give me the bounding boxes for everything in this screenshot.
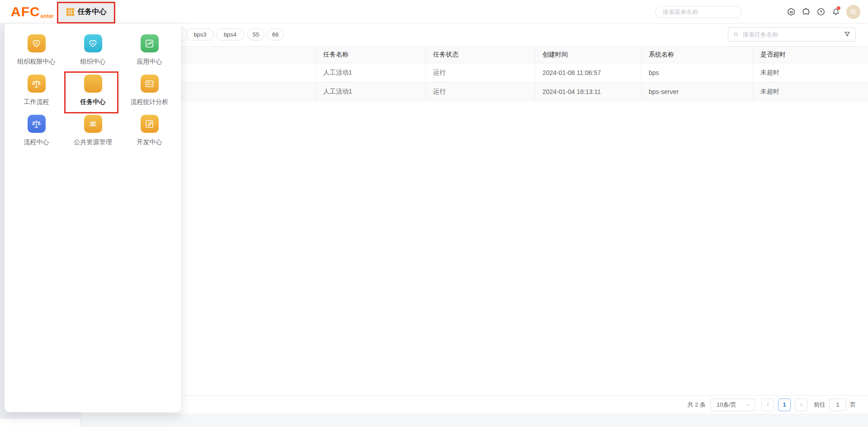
launcher-label: 任务中心	[78, 7, 107, 17]
menu-item-label: 组织中心	[80, 58, 106, 66]
help-icon[interactable]: ?	[816, 7, 826, 16]
heart-face-icon	[28, 34, 46, 52]
blank-tile	[84, 75, 102, 93]
menu-item-process-center[interactable]: 流程中心	[8, 114, 65, 154]
task-content-card: bps3 bps4 55 66 任务名称 任务状态 创建时间 系统名称 是否超时…	[81, 23, 868, 413]
table-row[interactable]: 人工活动1 运行 2024-01-08 11:06:57 bps 未超时	[81, 63, 868, 82]
cell-system-name: bps-server	[642, 82, 753, 101]
current-page-button[interactable]: 1	[778, 399, 791, 411]
people-icon	[84, 115, 102, 133]
tab-55[interactable]: 55	[247, 28, 264, 41]
menu-item-label: 公共资源管理	[74, 138, 112, 146]
table-header: 任务名称 任务状态 创建时间 系统名称 是否超时	[81, 46, 868, 63]
goto-label: 前往	[814, 401, 826, 409]
app-launcher-panel: 组织权限中心 组织中心 应用中心 工作流程	[5, 23, 181, 412]
plugin-icon[interactable]	[802, 7, 811, 16]
task-search-box[interactable]	[728, 27, 856, 42]
tab-66[interactable]: 66	[267, 28, 284, 41]
menu-search-box[interactable]	[655, 6, 741, 18]
logo-text: AFC	[11, 4, 40, 19]
chevron-right-icon	[798, 402, 804, 408]
heart-face-icon	[84, 34, 102, 52]
col-task-status: 任务状态	[426, 47, 535, 63]
pagination-bar: 共 2 条 10条/页 1 前往 页	[81, 395, 868, 413]
top-bar: AFC enter 任务中心 AI ?	[0, 0, 868, 23]
menu-item-process-statistics[interactable]: 流程统计分析	[121, 74, 178, 114]
cell-system-name: bps	[642, 63, 753, 82]
goto-page-input[interactable]	[829, 399, 846, 411]
edit-icon	[141, 115, 159, 133]
svg-text:AI: AI	[789, 10, 793, 14]
next-page-button[interactable]	[795, 399, 807, 411]
app-launcher-button[interactable]: 任务中心	[59, 0, 114, 23]
menu-item-dev-center[interactable]: 开发中心	[121, 114, 178, 154]
table-row[interactable]: 人工活动1 运行 2024-01-04 18:13:11 bps-server …	[81, 82, 868, 101]
topbar-icons: AI ? 租	[787, 0, 860, 23]
menu-item-label: 开发中心	[137, 138, 162, 146]
app-menu-grid: 组织权限中心 组织中心 应用中心 工作流程	[5, 23, 181, 154]
task-search-input[interactable]	[743, 31, 840, 38]
col-system-name: 系统名称	[642, 47, 753, 63]
menu-item-org-center[interactable]: 组织中心	[65, 33, 121, 74]
logo-suffix: enter	[41, 13, 54, 19]
cell-task-name: 人工活动1	[316, 63, 426, 82]
page-unit-label: 页	[850, 401, 856, 409]
tab-bps4[interactable]: bps4	[216, 28, 244, 41]
search-icon	[733, 31, 740, 38]
menu-item-label: 任务中心	[80, 98, 106, 106]
page: AFC enter 任务中心 AI ?	[0, 0, 868, 427]
col-timeout: 是否超时	[753, 47, 868, 63]
app-grid-icon	[66, 8, 74, 16]
menu-item-label: 应用中心	[137, 58, 162, 66]
tab-bps3[interactable]: bps3	[186, 28, 214, 41]
menu-item-label: 组织权限中心	[18, 58, 56, 66]
menu-item-label: 流程统计分析	[131, 98, 169, 106]
menu-item-public-resource[interactable]: 公共资源管理	[65, 114, 121, 154]
report-icon	[141, 75, 159, 93]
filter-icon[interactable]	[844, 31, 851, 38]
cell-timeout: 未超时	[753, 63, 868, 82]
cell-timeout: 未超时	[753, 82, 868, 101]
prev-page-button[interactable]	[761, 399, 774, 411]
page-size-value: 10条/页	[717, 401, 736, 409]
cell-create-time: 2024-01-04 18:13:11	[535, 82, 642, 101]
bottom-band	[81, 413, 868, 427]
col-create-time: 创建时间	[535, 47, 642, 63]
menu-item-label: 流程中心	[24, 138, 49, 146]
chevron-down-icon	[745, 402, 751, 408]
notification-dot	[837, 6, 840, 10]
cell-task-status: 运行	[426, 82, 535, 101]
cell-task-name: 人工活动1	[316, 82, 426, 101]
svg-text:?: ?	[820, 9, 822, 14]
menu-search-input[interactable]	[663, 9, 742, 15]
ai-assistant-icon[interactable]: AI	[787, 7, 796, 16]
chart-box-icon	[141, 34, 159, 52]
page-size-select[interactable]: 10条/页	[710, 399, 755, 411]
scale-icon	[28, 75, 46, 93]
notification-bell-icon[interactable]	[831, 7, 840, 16]
user-avatar[interactable]: 租	[846, 5, 860, 19]
menu-item-workflow[interactable]: 工作流程	[8, 74, 65, 114]
menu-item-label: 工作流程	[24, 98, 49, 106]
scale-icon	[28, 115, 46, 133]
app-logo[interactable]: AFC enter	[11, 0, 54, 23]
chevron-left-icon	[765, 402, 771, 408]
menu-item-task-center[interactable]: 任务中心	[65, 74, 121, 114]
bottom-left-box	[0, 419, 80, 427]
menu-item-org-permission-center[interactable]: 组织权限中心	[8, 33, 65, 74]
cell-create-time: 2024-01-08 11:06:57	[535, 63, 642, 82]
menu-item-app-center[interactable]: 应用中心	[121, 33, 178, 74]
col-task-name: 任务名称	[316, 47, 426, 63]
total-count-label: 共 2 条	[688, 401, 706, 409]
cell-task-status: 运行	[426, 63, 535, 82]
